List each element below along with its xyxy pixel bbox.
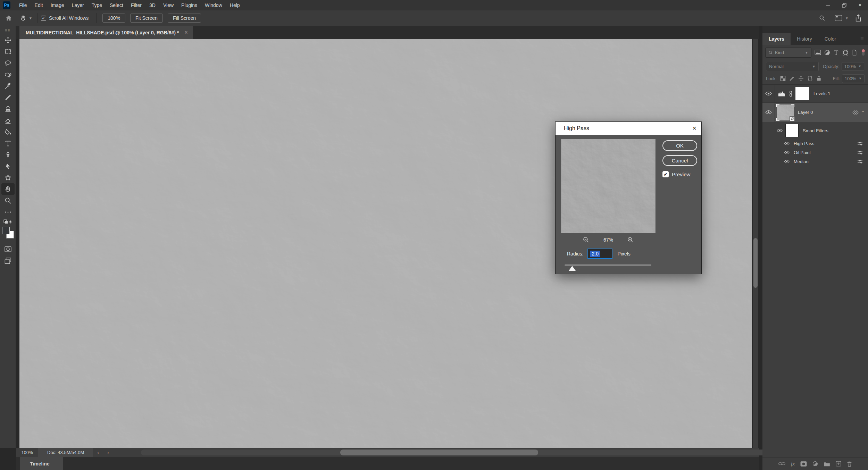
- filter-blending-options-icon[interactable]: [857, 159, 863, 164]
- ok-button[interactable]: OK: [662, 140, 697, 151]
- layer-filter-toggle[interactable]: [861, 49, 865, 56]
- type-tool[interactable]: [1, 137, 15, 149]
- window-minimize-icon[interactable]: [820, 0, 836, 10]
- paint-bucket-tool[interactable]: [1, 126, 15, 137]
- layer-mask-thumbnail[interactable]: [795, 87, 809, 100]
- radius-input[interactable]: 2.0: [587, 249, 612, 259]
- layer-row-layer0[interactable]: Layer 0 ⌃: [762, 103, 868, 122]
- smart-filters-row[interactable]: Smart Filters: [762, 122, 868, 139]
- menu-help[interactable]: Help: [226, 0, 244, 10]
- menu-layer[interactable]: Layer: [68, 0, 88, 10]
- visibility-toggle[interactable]: [762, 85, 775, 102]
- lock-transparency-icon[interactable]: [780, 76, 786, 81]
- lasso-tool[interactable]: [1, 57, 15, 69]
- opacity-value-box[interactable]: 100% ▼: [842, 62, 864, 71]
- chevron-down-icon[interactable]: ▼: [845, 16, 849, 20]
- filter-mask-thumbnail[interactable]: [785, 124, 799, 137]
- smart-filter-circles-icon[interactable]: [852, 110, 859, 115]
- horizontal-scrollbar[interactable]: [141, 450, 766, 455]
- hand-tool[interactable]: [1, 183, 15, 195]
- zoom-100-button[interactable]: 100%: [102, 14, 125, 23]
- collapse-filters-icon[interactable]: ⌃: [861, 110, 865, 115]
- slider-track[interactable]: [565, 265, 651, 266]
- vertical-scrollbar-thumb[interactable]: [753, 238, 758, 288]
- eye-icon[interactable]: [784, 160, 790, 163]
- edit-toolbar-icon[interactable]: [1, 206, 15, 218]
- smart-filter-median[interactable]: Median: [762, 157, 868, 166]
- layer-row-levels[interactable]: Levels 1: [762, 85, 868, 103]
- new-layer-icon[interactable]: [836, 461, 841, 467]
- dialog-close-icon[interactable]: ×: [692, 124, 696, 132]
- filter-blending-options-icon[interactable]: [857, 141, 863, 146]
- fill-screen-button[interactable]: Fill Screen: [168, 14, 201, 23]
- menu-select[interactable]: Select: [106, 0, 127, 10]
- menu-filter[interactable]: Filter: [127, 0, 145, 10]
- cancel-button[interactable]: Cancel: [662, 155, 697, 166]
- tab-history[interactable]: History: [791, 33, 818, 45]
- menu-3d[interactable]: 3D: [145, 0, 159, 10]
- brush-tool[interactable]: [1, 92, 15, 103]
- menu-type[interactable]: Type: [88, 0, 106, 10]
- filter-smart-objects-icon[interactable]: [852, 50, 857, 56]
- zoom-tool[interactable]: [1, 195, 15, 206]
- window-restore-icon[interactable]: [836, 0, 852, 10]
- window-close-icon[interactable]: ×: [852, 0, 868, 10]
- move-tool[interactable]: [1, 34, 15, 46]
- menu-file[interactable]: File: [15, 0, 31, 10]
- swap-colors-icon[interactable]: [1, 218, 15, 225]
- object-selection-tool[interactable]: [1, 69, 15, 80]
- filter-pixel-layers-icon[interactable]: [815, 50, 821, 55]
- kind-filter-select[interactable]: Kind ▼: [765, 48, 811, 58]
- delete-layer-icon[interactable]: [847, 461, 852, 467]
- eye-icon[interactable]: [777, 128, 783, 133]
- new-adjustment-layer-icon[interactable]: [812, 461, 818, 467]
- eye-icon[interactable]: [784, 142, 790, 145]
- radius-slider[interactable]: [565, 264, 651, 272]
- filter-name[interactable]: High Pass: [794, 141, 814, 146]
- zoom-out-icon[interactable]: [583, 236, 590, 243]
- menu-view[interactable]: View: [159, 0, 177, 10]
- panel-menu-icon[interactable]: ≡: [860, 36, 868, 45]
- lock-position-icon[interactable]: [798, 76, 804, 81]
- status-zoom-field[interactable]: 100%: [16, 450, 38, 455]
- link-layers-icon[interactable]: [778, 462, 785, 466]
- layer-name[interactable]: Levels 1: [813, 91, 830, 96]
- pen-tool[interactable]: [1, 149, 15, 160]
- menu-edit[interactable]: Edit: [31, 0, 47, 10]
- lock-artboard-icon[interactable]: [807, 76, 813, 81]
- dialog-title-bar[interactable]: High Pass ×: [556, 122, 701, 135]
- tab-close-icon[interactable]: ×: [184, 30, 187, 36]
- path-selection-tool[interactable]: [1, 160, 15, 172]
- status-prev-icon[interactable]: ‹: [103, 450, 113, 455]
- search-icon[interactable]: [819, 15, 826, 22]
- menu-window[interactable]: Window: [201, 0, 226, 10]
- layer-name[interactable]: Layer 0: [798, 110, 813, 115]
- scroll-all-windows-checkbox[interactable]: ✓: [41, 16, 46, 21]
- smart-filter-oilpaint[interactable]: Oil Paint: [762, 148, 868, 157]
- timeline-tab[interactable]: Timeline: [20, 457, 63, 470]
- slider-thumb[interactable]: [569, 266, 576, 271]
- filter-shape-layers-icon[interactable]: [842, 50, 849, 56]
- new-group-icon[interactable]: [824, 461, 830, 467]
- eye-icon[interactable]: [784, 151, 790, 154]
- smart-filter-highpass[interactable]: High Pass: [762, 139, 868, 148]
- workspace-icon[interactable]: [835, 15, 842, 21]
- clone-stamp-tool[interactable]: [1, 103, 15, 115]
- toolbar-grip[interactable]: ⠿⠿: [5, 29, 11, 32]
- rectangular-marquee-tool[interactable]: [1, 46, 15, 57]
- tab-color[interactable]: Color: [818, 33, 842, 45]
- status-next-icon[interactable]: ›: [93, 450, 103, 455]
- preview-checkbox[interactable]: ✓: [662, 171, 669, 177]
- share-icon[interactable]: [855, 14, 862, 22]
- document-tab[interactable]: MULTIDIRECTIONAL_HILLSHADE.psd @ 100% (L…: [19, 26, 193, 39]
- filter-adjustment-layers-icon[interactable]: [824, 50, 830, 56]
- chevron-down-icon[interactable]: ▼: [29, 16, 32, 20]
- menu-image[interactable]: Image: [47, 0, 68, 10]
- foreground-color-swatch[interactable]: [2, 227, 10, 234]
- fit-screen-button[interactable]: Fit Screen: [130, 14, 163, 23]
- visibility-toggle[interactable]: [762, 103, 775, 122]
- layer-style-icon[interactable]: fx: [791, 461, 795, 467]
- lock-all-icon[interactable]: [816, 76, 821, 81]
- color-swatches[interactable]: [2, 227, 14, 238]
- blend-mode-select[interactable]: Normal ▼: [766, 62, 819, 71]
